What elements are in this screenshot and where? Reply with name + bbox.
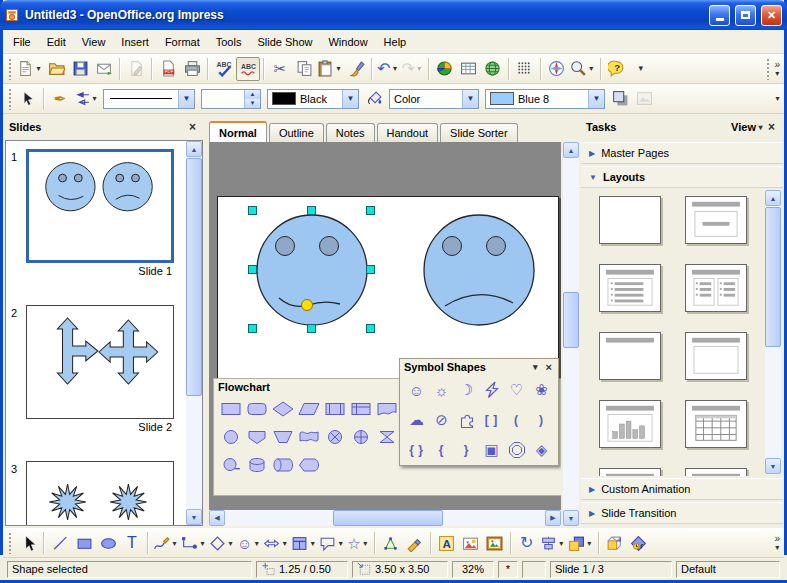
toolbar-options-button[interactable]: ▾	[629, 57, 653, 81]
scroll-down-button[interactable]: ▼	[765, 458, 781, 474]
slide-preview[interactable]	[26, 149, 174, 263]
canvas-vscrollbar[interactable]: ▲ ▼	[563, 142, 579, 526]
layout-title-two-content[interactable]	[685, 264, 747, 312]
octagon-bevel-shape-button[interactable]	[504, 436, 529, 464]
chevron-down-icon[interactable]: ▾	[587, 64, 596, 73]
sun-shape-button[interactable]: ☼	[429, 376, 454, 404]
alignment-button[interactable]: ▾	[539, 531, 567, 555]
export-pdf-button[interactable]: PDF	[156, 57, 180, 81]
chevron-down-icon[interactable]: ▾	[361, 539, 370, 548]
insert-chart-button[interactable]	[433, 57, 457, 81]
text-button[interactable]: T	[120, 531, 144, 555]
arrange-button[interactable]: ▾	[567, 531, 595, 555]
format-paintbrush-button[interactable]	[344, 57, 368, 81]
interaction-button[interactable]	[627, 531, 651, 555]
chevron-down-icon[interactable]: ▾	[336, 539, 345, 548]
chevron-down-icon[interactable]: ▾	[585, 539, 594, 548]
layout-title-table[interactable]	[685, 400, 747, 448]
scroll-down-button[interactable]: ▼	[186, 509, 202, 525]
alternate-process-shape-button[interactable]	[244, 396, 270, 422]
flowchart-button[interactable]: ▾	[290, 531, 318, 555]
layout-title-content[interactable]	[685, 468, 747, 476]
menu-help[interactable]: Help	[376, 33, 415, 51]
section-master-pages[interactable]: ▶ Master Pages	[581, 142, 783, 164]
new-document-button[interactable]: ▾	[16, 57, 44, 81]
line-button[interactable]: ✒	[48, 87, 72, 111]
selection-handle[interactable]	[248, 206, 257, 215]
menu-format[interactable]: Format	[157, 33, 208, 51]
cut-button[interactable]: ✂	[268, 57, 292, 81]
heart-shape-button[interactable]: ♡	[504, 376, 529, 404]
undo-button[interactable]: ↶▾	[376, 57, 400, 81]
fill-type-combo[interactable]: Color ▼	[389, 89, 479, 109]
double-bracket-shape-button[interactable]: [ ]	[479, 406, 504, 434]
close-panel-icon[interactable]: ×	[765, 120, 778, 134]
layout-title-frame[interactable]	[685, 332, 747, 380]
layout-blank[interactable]	[599, 196, 661, 244]
scroll-thumb[interactable]	[563, 292, 579, 348]
menu-view[interactable]: View	[74, 33, 114, 51]
ellipse-button[interactable]	[96, 531, 120, 555]
spin-up-icon[interactable]: ▲	[245, 90, 260, 99]
layout-title-content[interactable]	[599, 264, 661, 312]
extrusion-button[interactable]	[603, 531, 627, 555]
scroll-up-button[interactable]: ▲	[765, 190, 781, 206]
scroll-thumb[interactable]	[333, 510, 443, 526]
tab-outline[interactable]: Outline	[269, 123, 324, 142]
open-folder-button[interactable]	[44, 57, 68, 81]
menu-slide-show[interactable]: Slide Show	[249, 33, 320, 51]
chevron-down-icon[interactable]: ▼	[178, 90, 194, 108]
selection-handle[interactable]	[366, 265, 375, 274]
print-button[interactable]	[180, 57, 204, 81]
tab-slide-sorter[interactable]: Slide Sorter	[440, 123, 517, 142]
smiley-face-shape-button[interactable]: ☺	[404, 376, 429, 404]
curve-button[interactable]: ▾	[152, 531, 180, 555]
diamond-bevel-shape-button[interactable]: ◈	[529, 436, 554, 464]
chevron-down-icon[interactable]: ▾	[198, 539, 207, 548]
arrow-style-button[interactable]: ▾	[72, 87, 100, 111]
menu-insert[interactable]: Insert	[113, 33, 157, 51]
scroll-up-button[interactable]: ▲	[186, 141, 202, 157]
scroll-up-button[interactable]: ▲	[563, 142, 579, 158]
toolbar-grip[interactable]	[766, 58, 771, 80]
scroll-thumb[interactable]	[186, 158, 202, 396]
spinner-buttons[interactable]: ▲▼	[244, 90, 260, 108]
layout-title-content[interactable]	[599, 468, 661, 476]
help-button[interactable]: ?	[605, 57, 629, 81]
chevron-down-icon[interactable]: ▾	[308, 539, 317, 548]
selection-handle[interactable]	[307, 324, 316, 333]
slide-thumbnail[interactable]: 2	[6, 305, 186, 419]
cloud-shape-button[interactable]: ☁	[404, 406, 429, 434]
gallery-button[interactable]	[483, 531, 507, 555]
line-style-combo[interactable]: ▼	[103, 89, 195, 109]
layout-title-subtitle[interactable]	[685, 196, 747, 244]
block-arrows-button[interactable]: ▾	[262, 531, 290, 555]
right-brace-shape-button[interactable]: }	[454, 436, 479, 464]
chevron-down-icon[interactable]: ▼	[588, 90, 604, 108]
edit-points-button[interactable]	[379, 531, 403, 555]
square-bevel-shape-button[interactable]: ▣	[479, 436, 504, 464]
tab-normal[interactable]: Normal	[209, 121, 267, 142]
chevron-down-icon[interactable]: ▾	[226, 539, 235, 548]
tab-notes[interactable]: Notes	[326, 123, 375, 142]
hyperlink-button[interactable]	[481, 57, 505, 81]
scroll-thumb[interactable]	[765, 207, 781, 347]
sequential-access-shape-button[interactable]	[218, 452, 244, 478]
status-zoom[interactable]: 32%	[452, 561, 494, 578]
or-shape-button[interactable]	[348, 424, 374, 450]
section-slide-transition[interactable]: ▶ Slide Transition	[581, 502, 783, 524]
shadow-button[interactable]	[608, 87, 632, 111]
flower-shape-button[interactable]: ❀	[529, 376, 554, 404]
line-width-spinner[interactable]: ▲▼	[201, 89, 261, 109]
slides-scrollbar[interactable]: ▲ ▼	[186, 141, 202, 525]
selection-handle[interactable]	[366, 206, 375, 215]
selection-handle[interactable]	[248, 265, 257, 274]
summing-junction-shape-button[interactable]	[322, 424, 348, 450]
chevron-down-icon[interactable]: ▾	[415, 64, 424, 73]
stars-button[interactable]: ☆▾	[346, 531, 370, 555]
process-shape-button[interactable]	[218, 396, 244, 422]
lightning-shape-button[interactable]	[479, 376, 504, 404]
slide-thumbnail[interactable]: 1	[6, 149, 186, 263]
chevron-down-icon[interactable]: ▾	[252, 539, 261, 548]
line-color-combo[interactable]: Black ▼	[267, 89, 359, 109]
